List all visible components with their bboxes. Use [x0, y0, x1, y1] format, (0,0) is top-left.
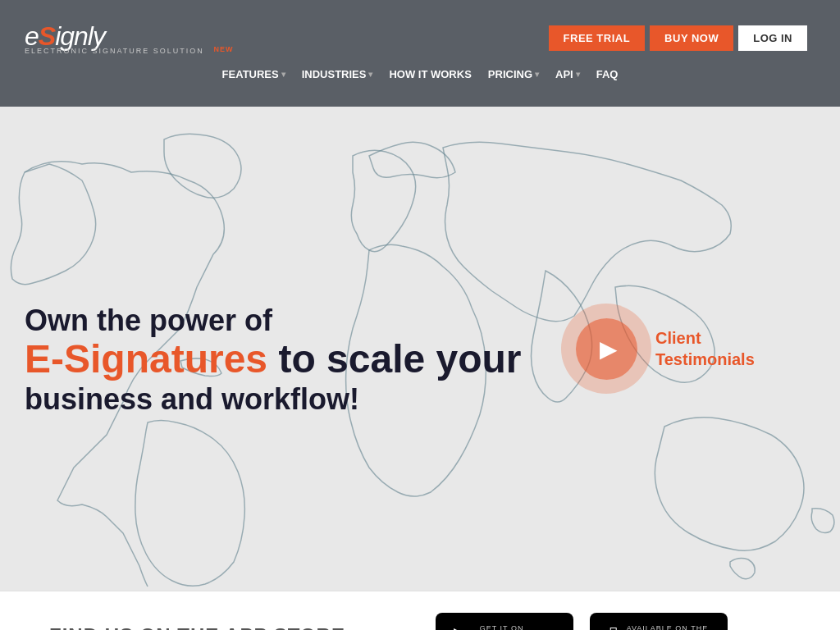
apple-icon: : [609, 622, 619, 631]
store-buttons: ▶ GET IT ON Google Play  Available on t…: [436, 613, 728, 631]
industries-dropdown-arrow: ▾: [368, 70, 372, 79]
find-us-text: FIND US ON THE APP STORE: [49, 624, 345, 631]
google-play-icon: ▶: [454, 622, 472, 630]
nav-how-it-works[interactable]: HOW IT WORKS: [381, 63, 479, 85]
google-play-text: GET IT ON Google Play: [480, 624, 555, 631]
testimonials-label: ClientTestimonials: [655, 327, 787, 370]
google-play-get-label: GET IT ON: [480, 624, 555, 631]
hero-section: .map-path { fill: none; stroke: #2d5a6b;…: [0, 107, 840, 591]
header-top: eSignly ELECTRONIC SIGNATURE SOLUTION FR…: [25, 21, 815, 55]
new-badge: NEW: [214, 45, 234, 53]
app-store-bar: FIND US ON THE APP STORE ▶ GET IT ON Goo…: [0, 591, 840, 630]
app-store-button[interactable]:  Available on the App Store: [590, 613, 728, 631]
app-store-text: Available on the App Store: [627, 624, 709, 631]
hero-line2: E-Signatures to scale your: [25, 339, 522, 382]
play-button[interactable]: ▶: [576, 318, 637, 380]
pricing-dropdown-arrow: ▾: [535, 70, 539, 79]
nav-industries-label: INDUSTRIES: [302, 68, 367, 80]
hero-esignatures: E-Signatures: [25, 338, 267, 381]
nav-faq[interactable]: FAQ: [588, 63, 627, 85]
logo-sub: ELECTRONIC SIGNATURE SOLUTION: [25, 47, 204, 55]
app-store-available-label: Available on the: [627, 624, 709, 631]
hero-line4: business and workflow!: [25, 381, 522, 417]
video-testimonials[interactable]: ▶ ClientTestimonials: [561, 304, 651, 394]
nav-features-label: FEATURES: [222, 68, 279, 80]
logo: eSignly ELECTRONIC SIGNATURE SOLUTION: [25, 21, 204, 55]
hero-content: Own the power of E-Signatures to scale y…: [25, 303, 522, 417]
features-dropdown-arrow: ▾: [281, 70, 285, 79]
free-trial-button[interactable]: FREE TRIAL: [549, 25, 646, 51]
api-dropdown-arrow: ▾: [576, 70, 580, 79]
hero-line1: Own the power of: [25, 303, 522, 338]
header: eSignly ELECTRONIC SIGNATURE SOLUTION FR…: [0, 0, 840, 107]
google-play-button[interactable]: ▶ GET IT ON Google Play: [436, 613, 573, 631]
nav-api-label: API: [555, 68, 573, 80]
nav-api[interactable]: API ▾: [547, 63, 588, 85]
nav-industries[interactable]: INDUSTRIES ▾: [294, 63, 381, 85]
video-glow: ▶: [561, 304, 651, 394]
nav-group: NEW FEATURES ▾ INDUSTRIES ▾ HOW IT WORKS…: [214, 63, 627, 85]
nav-pricing-label: PRICING: [488, 68, 532, 80]
nav-row: NEW FEATURES ▾ INDUSTRIES ▾ HOW IT WORKS…: [25, 63, 815, 85]
nav-faq-label: FAQ: [596, 68, 619, 80]
nav-features[interactable]: NEW FEATURES ▾: [214, 63, 294, 85]
buy-now-button[interactable]: BUY NOW: [650, 25, 733, 51]
play-icon: ▶: [600, 336, 618, 363]
nav-how-label: HOW IT WORKS: [389, 68, 471, 80]
nav-pricing[interactable]: PRICING ▾: [480, 63, 547, 85]
header-buttons: FREE TRIAL BUY NOW LOG IN: [541, 25, 815, 51]
hero-line3: to scale your: [278, 338, 521, 381]
log-in-button[interactable]: LOG IN: [738, 25, 807, 51]
